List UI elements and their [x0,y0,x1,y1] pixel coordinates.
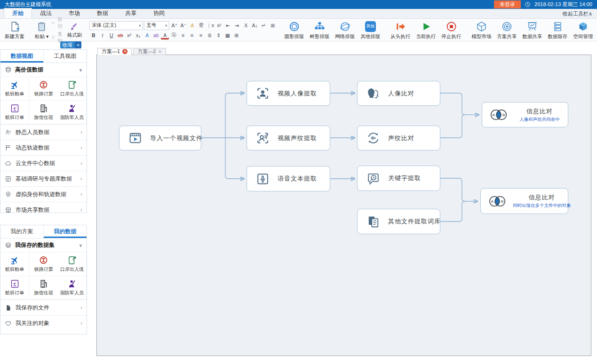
canvas-tab-plan-1[interactable]: 方案—1 ✕ [97,48,132,55]
fmt-grow-font[interactable]: A⁺ [170,22,178,30]
node-import-video[interactable]: 导入一个视频文件 [119,126,201,150]
fmt-align-left[interactable]: ≡ [179,32,187,40]
login-status-badge[interactable]: 未登录 [494,0,521,8]
fmt-italic[interactable]: I [98,32,106,40]
close-icon[interactable]: ✕ [122,49,127,54]
menu-tab-start[interactable]: 开始 [4,8,32,18]
tab-my-data[interactable]: 我的数据 [44,225,87,238]
node-info-compare-2[interactable]: 信息比对 同时出现在多个文件中的对象 [480,188,568,214]
my-data-hotel[interactable]: 旅馆住宿 [29,276,58,300]
sidebar-data-airplane[interactable]: 航班舱单 [0,77,29,101]
toolbar-net-layout[interactable]: 网络排版 [332,20,358,40]
fmt-numbering[interactable]: ≡¹ [215,22,223,30]
fmt-bullets[interactable]: ⋮≡ [206,22,214,30]
menu-tab-data[interactable]: 数据 [88,8,117,18]
menu-tab-share[interactable]: 共享 [117,8,145,18]
fmt-line-spacing[interactable]: ⇕ [215,32,223,40]
menu-tab-market[interactable]: 市场 [60,8,88,18]
cut-button[interactable]: 剪切 [51,16,64,30]
tab-tool-view[interactable]: 工具视图 [44,50,87,63]
collapse-toolbar-button[interactable]: 收起工具栏∧ [563,9,592,18]
sidebar-data-soldier[interactable]: 国防军人员 [58,101,87,124]
node-voice-extract[interactable]: 视频声纹提取 [247,126,330,150]
toolbar-run-stop[interactable]: 停止执行 [438,20,464,40]
my-data-soldier[interactable]: 国防军人员 [58,276,87,300]
format-painter-button[interactable]: 格式刷 [64,20,85,40]
tab-my-plans[interactable]: 我的方案 [0,225,44,238]
sidebar-data-border[interactable]: 口岸出入境 [58,77,87,101]
fmt-align-right[interactable]: ≡ [197,32,205,40]
hotel-icon [39,279,48,289]
new-plan-button[interactable]: 新建方案 [2,20,27,40]
sidebar-item-file[interactable]: 我保存的文件 › [0,300,87,315]
node-info-compare-1[interactable]: 信息比对 人像和声纹共同命中 [482,102,568,127]
node-speech-text[interactable]: 语音文本提取 [247,166,330,191]
toolbar-server[interactable]: 数据留存 [545,20,570,40]
sidebar-data-hotel[interactable]: 旅馆住宿 [29,101,58,124]
toolbar-run-start[interactable]: 从头执行 [388,20,413,40]
my-data-airplane[interactable]: 航班舱单 [0,253,29,276]
my-data-flight-order[interactable]: 航班订单 [0,276,29,300]
toolbar-cube[interactable]: 模型市场 [469,20,494,40]
font-family-select[interactable]: 宋体 (正文)▾ [89,21,143,30]
sidebar-item-person[interactable]: 静态人员数据 › [0,124,87,140]
fmt-sort[interactable]: A↓ [251,22,259,30]
node-voice-compare[interactable]: 声纹比对 [357,126,440,150]
node-face-extract[interactable]: 视频人像提取 [247,81,330,106]
toolbar-tree-layout[interactable]: 树形排版 [307,20,332,40]
toolbar-cube-solid[interactable]: 空间管理 [570,20,596,40]
flow-canvas[interactable]: 导入一个视频文件 视频人像提取 视频声纹提取 语音文本提取 人像比对 声纹比对 … [96,55,591,356]
sidebar-data-flight-order[interactable]: 航班订单 [0,101,29,124]
close-icon[interactable]: ✕ [158,49,162,54]
fmt-insert-table[interactable]: ⊞ [269,22,277,30]
sidebar-item-head[interactable]: 虚拟身份和轨迹数据 › [0,186,87,202]
sidebar-item-heart[interactable]: 我关注的对象 › [0,315,87,331]
node-other-files[interactable]: 其他文件提取词库 [357,209,440,234]
paste-button[interactable]: 粘贴 ▾ [32,20,51,40]
font-size-select[interactable]: 五号▾ [144,21,169,30]
fmt-text-effects[interactable]: A [143,32,151,40]
node-keyword-extract[interactable]: 关键字提取 [357,166,440,191]
section-my-saved-datasets[interactable]: 我保存的数据集 ∨ [0,238,87,253]
sidebar-collapse-button[interactable]: 收缩 « [60,41,81,48]
canvas-tab-plan-2[interactable]: 方案—2 ✕ [133,48,166,55]
fmt-asian-layout[interactable]: X [242,22,250,30]
fmt-justify[interactable]: ≣ [206,32,214,40]
sidebar-data-railway[interactable]: 铁路订票 [29,77,58,101]
fmt-superscript[interactable]: x² [125,32,133,40]
sidebar-item-cloud[interactable]: 云文件中心数据 › [0,155,87,171]
section-high-value-data[interactable]: 高价值数据 ∨ [0,63,87,77]
fmt-increase-indent[interactable]: ⇥ [233,22,241,30]
fmt-change-case[interactable]: 变 [197,22,205,30]
fmt-underline[interactable]: U [107,32,115,40]
fmt-strikethrough[interactable]: ab [116,32,124,40]
sidebar-item-market[interactable]: 市场共享数据 › [0,202,87,217]
toolbar-circle-layout[interactable]: 圆形排版 [281,20,307,40]
fmt-pinyin-guide[interactable]: A [188,22,196,30]
fmt-subscript[interactable]: x₂ [134,32,142,40]
fmt-font-color[interactable]: A [161,32,169,40]
node-face-compare[interactable]: 人像比对 [357,81,440,106]
fmt-decrease-indent[interactable]: ⇤ [224,22,232,30]
fmt-shrink-font[interactable]: A⁻ [179,22,187,30]
sidebar-item-doc[interactable]: 基础调研与专题库数据 › [0,171,87,186]
toolbar-board[interactable]: 数据共享 [519,20,545,40]
fmt-borders[interactable]: ⊞ [232,32,240,40]
fmt-show-marks[interactable]: ↵ [260,22,268,30]
toolbar-other-layout[interactable]: 其他 其他排版 [358,20,383,40]
fmt-enclose-char[interactable]: Ⓐ [170,32,178,40]
fmt-highlight[interactable]: ab [152,32,160,40]
sidebar-item-flag[interactable]: 动态轨迹数据 › [0,140,87,155]
toolbar-target[interactable]: 方案共享 [494,20,519,40]
fmt-align-center[interactable]: ≡ [188,32,196,40]
database-icon [5,66,12,73]
toolbar-run-current[interactable]: 当前执行 [413,20,438,40]
menu-tab-collab[interactable]: 协同 [145,8,173,18]
node-label: 声纹比对 [388,134,414,142]
fmt-bold[interactable]: B [89,32,97,40]
my-data-border[interactable]: 口岸出入境 [58,253,87,276]
fmt-shading[interactable]: ▦ [223,32,231,40]
datetime-text: 2018-02-13 星期三 14:00 [534,1,592,8]
tab-data-view[interactable]: 数据视图 [0,50,44,63]
my-data-railway[interactable]: 铁路订票 [29,253,58,276]
